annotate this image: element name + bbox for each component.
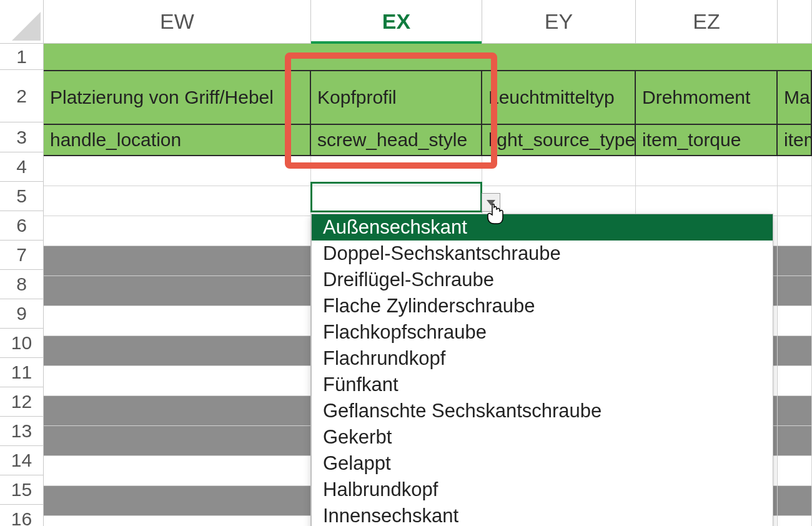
cell-EW9[interactable]	[44, 306, 311, 335]
dropdown-option[interactable]: Dreiflügel-Schraube	[312, 267, 773, 293]
dropdown-option[interactable]: Flachkopfschraube	[312, 319, 773, 345]
cell-EX4[interactable]	[311, 156, 482, 186]
spreadsheet: EW EX EY EZ 1 2 3 4 5 6 7 8 9 10 11 12 1…	[0, 0, 812, 526]
row-5	[44, 186, 812, 216]
dropdown-option[interactable]: Gekerbt	[312, 424, 773, 450]
col-header-label: EY	[545, 9, 573, 34]
row-4	[44, 156, 812, 186]
row-header-3[interactable]: 3	[0, 122, 44, 152]
cell-EW16[interactable]	[44, 516, 311, 526]
cell-FA1[interactable]	[778, 44, 812, 70]
cell-FA13[interactable]	[778, 426, 812, 455]
cell-EZ2[interactable]: Drehmoment	[636, 71, 778, 124]
col-header-EX[interactable]: EX	[311, 0, 482, 44]
cell-FA7[interactable]	[778, 246, 812, 275]
cell-EW10[interactable]	[44, 336, 311, 365]
cell-EX1[interactable]	[311, 44, 482, 70]
cell-EX3[interactable]: screw_head_style	[311, 125, 482, 155]
cell-EW6[interactable]	[44, 216, 311, 246]
dropdown-option[interactable]: Gelappt	[312, 450, 773, 477]
col-header-label: EW	[160, 9, 194, 34]
row-header-12[interactable]: 12	[0, 387, 44, 417]
cell-EY5[interactable]	[482, 186, 636, 216]
row-header-2[interactable]: 2	[0, 70, 44, 122]
row-header-16[interactable]: 16	[0, 505, 44, 526]
cell-EW7[interactable]	[44, 246, 311, 275]
cell-FA14[interactable]	[778, 456, 812, 485]
dropdown-option[interactable]: Geflanschte Sechskantschraube	[312, 398, 773, 424]
cell-EW2[interactable]: Platzierung von Griff/Hebel	[44, 71, 311, 124]
column-headers: EW EX EY EZ	[0, 0, 812, 44]
cell-FA11[interactable]	[778, 366, 812, 395]
cell-FA9[interactable]	[778, 306, 812, 335]
row-header-13[interactable]: 13	[0, 417, 44, 446]
row-2: Platzierung von Griff/Hebel Kopfprofil L…	[44, 71, 812, 125]
cell-EY3[interactable]: light_source_type	[482, 125, 636, 155]
row-header-11[interactable]: 11	[0, 358, 44, 387]
cell-EW13[interactable]	[44, 426, 311, 455]
data-validation-dropdown-list[interactable]: Außensechskant Doppel-Sechskantschraube …	[311, 214, 773, 526]
cell-FA15[interactable]	[778, 486, 812, 515]
dropdown-option[interactable]: Halbrundkopf	[312, 477, 773, 503]
cell-EX5[interactable]	[311, 186, 482, 216]
dropdown-option[interactable]: Fünfkant	[312, 372, 773, 398]
cell-FA6[interactable]	[778, 216, 812, 246]
dropdown-option[interactable]: Doppel-Sechskantschraube	[312, 241, 773, 267]
cell-FA5[interactable]	[778, 186, 812, 216]
cell-EW14[interactable]	[44, 456, 311, 485]
cell-FA2[interactable]: Maß	[778, 71, 812, 124]
cell-EW1[interactable]	[44, 44, 311, 70]
cell-EW8[interactable]	[44, 276, 311, 305]
row-3: handle_location screw_head_style light_s…	[44, 125, 812, 156]
cell-FA8[interactable]	[778, 276, 812, 305]
row-header-5[interactable]: 5	[0, 182, 44, 211]
cell-EW5[interactable]	[44, 186, 311, 216]
cell-EY1[interactable]	[482, 44, 636, 70]
cell-EY2[interactable]: Leuchtmitteltyp	[482, 71, 636, 124]
cell-EZ3[interactable]: item_torque	[636, 125, 778, 155]
col-header-EW[interactable]: EW	[44, 0, 311, 44]
row-header-7[interactable]: 7	[0, 241, 44, 270]
col-header-label: EZ	[693, 9, 720, 34]
row-header-9[interactable]: 9	[0, 299, 44, 329]
dropdown-option[interactable]: Außensechskant	[312, 214, 773, 241]
dropdown-option[interactable]: Flachrundkopf	[312, 345, 773, 372]
row-header-4[interactable]: 4	[0, 152, 44, 182]
cell-EZ4[interactable]	[636, 156, 778, 186]
row-header-14[interactable]: 14	[0, 446, 44, 475]
cell-EW12[interactable]	[44, 396, 311, 425]
col-header-label: EX	[382, 9, 410, 34]
cell-FA16[interactable]	[778, 516, 812, 526]
row-header-1[interactable]: 1	[0, 44, 44, 70]
dropdown-option[interactable]: Flache Zylinderschraube	[312, 293, 773, 319]
cell-FA10[interactable]	[778, 336, 812, 365]
col-header-EZ[interactable]: EZ	[636, 0, 778, 44]
col-header-EY[interactable]: EY	[482, 0, 636, 44]
cell-EW4[interactable]	[44, 156, 311, 186]
dropdown-option[interactable]: Innensechskant	[312, 503, 773, 526]
cell-FA3[interactable]: item	[778, 125, 812, 155]
row-header-10[interactable]: 10	[0, 329, 44, 358]
row-header-8[interactable]: 8	[0, 270, 44, 299]
cell-EW15[interactable]	[44, 486, 311, 515]
cell-EW3[interactable]: handle_location	[44, 125, 311, 155]
col-header-FA[interactable]	[778, 0, 812, 44]
row-headers: 1 2 3 4 5 6 7 8 9 10 11 12 13 14 15 16	[0, 44, 44, 526]
chevron-down-icon	[487, 200, 495, 206]
cell-FA4[interactable]	[778, 156, 812, 186]
cell-EX2[interactable]: Kopfprofil	[311, 71, 482, 124]
cell-EY4[interactable]	[482, 156, 636, 186]
cell-EW11[interactable]	[44, 366, 311, 395]
row-header-15[interactable]: 15	[0, 475, 44, 505]
data-validation-dropdown-button[interactable]	[482, 193, 500, 212]
row-1	[44, 44, 812, 71]
row-header-6[interactable]: 6	[0, 211, 44, 241]
cell-FA12[interactable]	[778, 396, 812, 425]
cell-EZ5[interactable]	[636, 186, 778, 216]
cell-EZ1[interactable]	[636, 44, 778, 70]
select-all-corner[interactable]	[0, 0, 44, 44]
